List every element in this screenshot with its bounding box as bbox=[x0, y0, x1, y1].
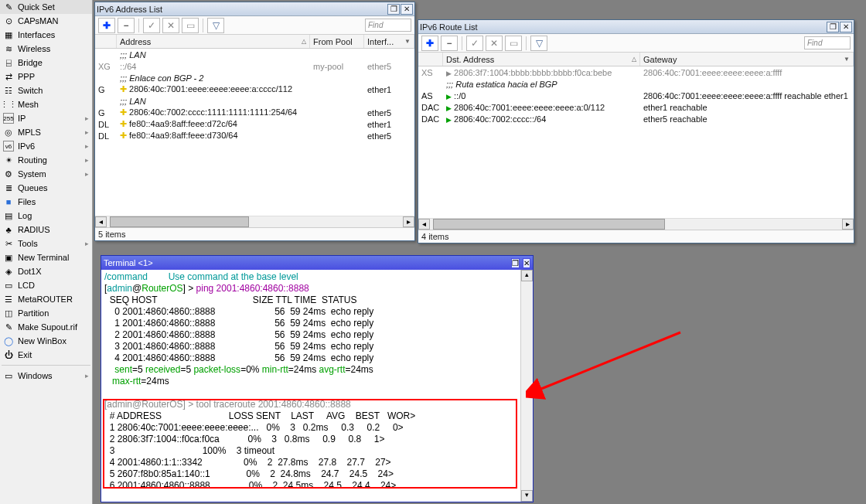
enable-button[interactable]: ✓ bbox=[143, 18, 160, 33]
ipv6-icon: v6 bbox=[3, 141, 14, 152]
sidebar-item-routing[interactable]: ✴Routing bbox=[0, 153, 92, 167]
sidebar-item-radius[interactable]: ♣RADIUS bbox=[0, 223, 92, 237]
sidebar-item-files[interactable]: ■Files bbox=[0, 195, 92, 209]
terminal-icon: ▣ bbox=[3, 252, 14, 263]
filter-button[interactable]: ▽ bbox=[207, 18, 224, 33]
sidebar-item-label: Queues bbox=[18, 183, 48, 192]
sidebar-item-exit[interactable]: ⏻Exit bbox=[0, 348, 92, 362]
remove-button[interactable]: − bbox=[118, 18, 135, 33]
restore-button[interactable]: ❐ bbox=[827, 22, 839, 32]
sidebar-item-label: Switch bbox=[18, 86, 43, 95]
sidebar-item-system[interactable]: ⚙System bbox=[0, 167, 92, 181]
newwinbox-icon: ◯ bbox=[3, 335, 14, 346]
comment-button[interactable]: ▭ bbox=[182, 18, 199, 33]
sidebar-item-tools[interactable]: ✂Tools bbox=[0, 237, 92, 250]
address-list[interactable]: Address△ From Pool Interf...▼ ;;; LANXG:… bbox=[95, 35, 414, 216]
sidebar-item-switch[interactable]: ☷Switch bbox=[0, 83, 92, 97]
address-toolbar: ✚ − ✓ ✕ ▭ ▽ Find bbox=[95, 16, 414, 35]
col-address[interactable]: Address△ bbox=[117, 35, 310, 48]
hscrollbar[interactable]: ◂▸ bbox=[418, 218, 854, 230]
sidebar-item-bridge[interactable]: ⌸Bridge bbox=[0, 56, 92, 70]
scroll-left[interactable]: ◂ bbox=[95, 216, 107, 227]
scroll-left[interactable]: ◂ bbox=[418, 219, 430, 230]
col-flags[interactable] bbox=[95, 35, 117, 48]
table-row[interactable]: DL✚ fe80::4aa9:8aff:feee:d72c/64ether1 bbox=[95, 118, 414, 130]
sidebar-item-label: Wireless bbox=[18, 44, 50, 53]
sidebar-item-capsman[interactable]: ⊙CAPsMAN bbox=[0, 14, 92, 28]
ip-icon: 255 bbox=[3, 113, 14, 124]
disable-button[interactable]: ✕ bbox=[162, 18, 179, 33]
sidebar-item-partition[interactable]: ◫Partition bbox=[0, 306, 92, 320]
find-input[interactable]: Find bbox=[365, 19, 411, 32]
address-titlebar[interactable]: IPv6 Address List ❐ ✕ bbox=[95, 2, 414, 16]
scroll-down[interactable]: ▾ bbox=[521, 490, 533, 502]
scroll-thumb[interactable] bbox=[110, 216, 249, 227]
routing-icon: ✴ bbox=[3, 155, 14, 165]
enable-button[interactable]: ✓ bbox=[466, 36, 483, 51]
restore-button[interactable]: ❐ bbox=[511, 258, 520, 268]
windows-icon: ▭ bbox=[3, 370, 14, 381]
sidebar-item-metarouter[interactable]: ☰MetaROUTER bbox=[0, 292, 92, 306]
table-row[interactable]: DAC▶ 2806:40c:7002:cccc::/64ether5 reach… bbox=[418, 113, 854, 124]
sidebar-item-interfaces[interactable]: ▦Interfaces bbox=[0, 28, 92, 42]
remove-button[interactable]: − bbox=[441, 36, 458, 51]
close-button[interactable]: ✕ bbox=[840, 22, 852, 32]
sidebar-item-mesh[interactable]: ⋮⋮Mesh bbox=[0, 97, 92, 111]
list-header[interactable]: Dst. Address△ Gateway▼ bbox=[418, 53, 854, 66]
col-flags[interactable] bbox=[418, 53, 443, 66]
table-row[interactable]: G✚ 2806:40c:7002:cccc:1111:1111:1111:254… bbox=[95, 107, 414, 118]
route-titlebar[interactable]: IPv6 Route List ❐ ✕ bbox=[418, 20, 854, 34]
sidebar-item-mpls[interactable]: ◎MPLS bbox=[0, 125, 92, 139]
add-button[interactable]: ✚ bbox=[98, 18, 115, 33]
scroll-up[interactable]: ▴ bbox=[521, 270, 533, 281]
col-dst[interactable]: Dst. Address△ bbox=[443, 53, 640, 66]
add-button[interactable]: ✚ bbox=[421, 36, 438, 51]
sidebar-item-ip[interactable]: 255IP bbox=[0, 111, 92, 125]
sidebar-item-windows[interactable]: ▭Windows bbox=[0, 369, 92, 383]
restore-button[interactable]: ❐ bbox=[387, 4, 400, 15]
table-row[interactable]: XG::/64my-poolether5 bbox=[95, 60, 414, 72]
hscrollbar[interactable]: ◂▸ bbox=[95, 216, 414, 227]
col-pool[interactable]: From Pool bbox=[310, 35, 364, 48]
sidebar-item-log[interactable]: ▤Log bbox=[0, 209, 92, 223]
table-row[interactable]: AS▶ ::/02806:40c:7001:eeee:eeee:eeee:a:f… bbox=[418, 90, 854, 101]
sidebar-item-supout[interactable]: ✎Make Supout.rif bbox=[0, 320, 92, 334]
sidebar-item-quickset[interactable]: ✎Quick Set bbox=[0, 0, 92, 14]
sidebar-item-queues[interactable]: ≣Queues bbox=[0, 181, 92, 195]
comment-button[interactable]: ▭ bbox=[505, 36, 522, 51]
sidebar-item-newterminal[interactable]: ▣New Terminal bbox=[0, 250, 92, 264]
sidebar-item-ipv6[interactable]: v6IPv6 bbox=[0, 139, 92, 153]
col-gateway[interactable]: Gateway▼ bbox=[640, 53, 854, 66]
table-row[interactable]: DL✚ fe80::4aa9:8aff:feee:d730/64ether5 bbox=[95, 130, 414, 141]
toolbar-sep bbox=[138, 19, 139, 32]
list-header[interactable]: Address△ From Pool Interf...▼ bbox=[95, 35, 414, 49]
sidebar-item-newwinbox[interactable]: ◯New WinBox bbox=[0, 334, 92, 348]
switch-icon: ☷ bbox=[3, 85, 14, 96]
terminal-output[interactable]: /command Use command at the base level [… bbox=[101, 270, 533, 502]
scroll-thumb[interactable] bbox=[433, 219, 665, 230]
partition-icon: ◫ bbox=[3, 308, 14, 318]
scroll-right[interactable]: ▸ bbox=[403, 216, 414, 227]
table-row[interactable]: XS▶ 2806:3f7:1004:bbbb:bbbb:bbbb:f0ca:be… bbox=[418, 66, 854, 78]
close-button[interactable]: ✕ bbox=[523, 258, 530, 268]
sidebar-item-label: Routing bbox=[18, 155, 47, 165]
sidebar-item-wireless[interactable]: ≋Wireless bbox=[0, 42, 92, 56]
col-interface[interactable]: Interf...▼ bbox=[364, 35, 414, 48]
sidebar-item-ppp[interactable]: ⇄PPP bbox=[0, 70, 92, 83]
bridge-icon: ⌸ bbox=[3, 57, 14, 68]
dot1x-icon: ◈ bbox=[3, 266, 14, 277]
vscrollbar[interactable]: ▴ ▾ bbox=[520, 270, 533, 502]
close-button[interactable]: ✕ bbox=[401, 4, 413, 15]
exit-icon: ⏻ bbox=[3, 349, 14, 360]
sidebar-item-label: Dot1X bbox=[18, 267, 42, 276]
filter-button[interactable]: ▽ bbox=[530, 36, 547, 51]
disable-button[interactable]: ✕ bbox=[486, 36, 503, 51]
find-input[interactable]: Find bbox=[804, 36, 851, 49]
route-list[interactable]: Dst. Address△ Gateway▼ XS▶ 2806:3f7:1004… bbox=[418, 53, 854, 218]
table-row[interactable]: DAC▶ 2806:40c:7001:eeee:eeee:eeee:a:0/11… bbox=[418, 101, 854, 113]
terminal-titlebar[interactable]: Terminal <1> ❐ ✕ bbox=[101, 256, 533, 270]
table-row[interactable]: G✚ 2806:40c:7001:eeee:eeee:eeee:a:cccc/1… bbox=[95, 83, 414, 95]
sidebar-item-dot1x[interactable]: ◈Dot1X bbox=[0, 264, 92, 278]
scroll-right[interactable]: ▸ bbox=[842, 219, 854, 230]
sidebar-item-lcd[interactable]: ▭LCD bbox=[0, 278, 92, 292]
